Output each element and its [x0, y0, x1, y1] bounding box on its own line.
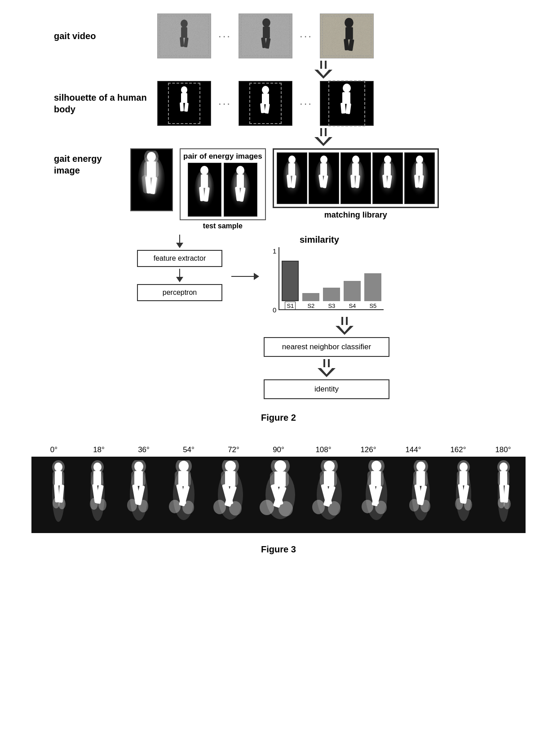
nearest-neighbor-box: nearest neighbor classifier [264, 337, 389, 357]
library-images [277, 152, 435, 204]
chart-area: S1 S2 S3 [278, 247, 384, 310]
svg-point-49 [236, 166, 244, 175]
svg-rect-163 [457, 471, 469, 485]
svg-point-103 [127, 499, 137, 511]
silhouette-frame-1 [157, 81, 211, 126]
test-sample-label: test sample [203, 222, 243, 230]
svg-point-54 [288, 156, 296, 164]
video-frame-svg-3 [320, 13, 373, 58]
silhouette-images: ··· ··· [157, 81, 374, 126]
svg-point-157 [409, 499, 419, 511]
bar-label-s1: S1 [285, 302, 296, 310]
y-label-0: 0 [273, 306, 276, 314]
silhouette-row: silhouette of a human body ··· [54, 81, 503, 126]
video-frame-3 [320, 13, 374, 58]
svg-rect-70 [384, 163, 391, 176]
svg-rect-75 [416, 163, 423, 176]
lib-svg-1 [279, 155, 305, 202]
svg-rect-18 [345, 27, 353, 40]
bar-label-s3: S3 [328, 302, 335, 309]
svg-rect-31 [342, 92, 350, 104]
fig3-person-36 [120, 460, 158, 530]
svg-point-130 [260, 500, 274, 515]
gei-content: pair of energy images [130, 148, 503, 230]
fig3-person-18 [81, 460, 115, 530]
bar-s3: S3 [323, 247, 340, 309]
bar-label-s4: S4 [349, 302, 356, 309]
arrow-down-3 [336, 317, 354, 335]
dots-separator-3: ··· [218, 97, 231, 110]
perceptron-box: perceptron [137, 284, 222, 301]
svg-rect-29 [265, 103, 270, 114]
angle-0: 0° [31, 445, 76, 454]
svg-rect-4 [181, 27, 187, 38]
pair-svg-1 [190, 165, 219, 214]
svg-rect-154 [413, 471, 428, 486]
video-frame-svg-1 [158, 13, 211, 58]
video-frame-1 [157, 13, 211, 58]
svg-point-30 [343, 84, 351, 93]
svg-rect-23 [181, 93, 187, 103]
svg-point-69 [384, 156, 391, 164]
test-sample-section: pair of energy images [180, 148, 266, 230]
svg-point-26 [262, 86, 269, 94]
figure2-diagram: gait video [54, 13, 503, 399]
bar-s2: S2 [302, 247, 319, 309]
svg-point-17 [345, 18, 354, 28]
test-sample-box: pair of energy images [180, 148, 266, 220]
angle-36: 36° [121, 445, 166, 454]
pair-images [188, 163, 257, 217]
figure3-strip [31, 457, 526, 533]
fig3-person-72 [209, 460, 252, 530]
angle-126: 126° [346, 445, 391, 454]
angle-162: 162° [436, 445, 481, 454]
svg-point-44 [200, 166, 208, 175]
fig3-person-180 [487, 460, 521, 530]
angle-labels-row: 0° 18° 36° 54° 72° 90° 108° 126° 144° 16… [31, 445, 526, 454]
svg-rect-136 [320, 471, 337, 486]
svg-rect-25 [184, 102, 189, 112]
dots-separator-1: ··· [218, 30, 231, 42]
matching-library-section: matching library [273, 148, 439, 220]
svg-point-10 [262, 18, 270, 27]
svg-rect-145 [367, 471, 384, 486]
angle-180: 180° [481, 445, 526, 454]
figure3-caption: Figure 3 [261, 544, 296, 555]
angle-90: 90° [256, 445, 301, 454]
lib-svg-5 [407, 155, 433, 202]
svg-rect-11 [263, 27, 270, 38]
arrow-down-2 [54, 128, 503, 146]
silhouette-svg-3 [331, 83, 362, 124]
svg-point-112 [169, 500, 181, 513]
fig3-person-90 [258, 460, 303, 530]
angle-144: 144° [391, 445, 436, 454]
silhouette-svg-1 [171, 85, 198, 121]
lib-svg-4 [375, 155, 401, 202]
fig3-person-126 [356, 460, 397, 530]
processing-left-col: feature extractor perceptron [130, 235, 229, 301]
gait-video-label: gait video [54, 31, 148, 41]
svg-rect-118 [221, 471, 238, 486]
svg-rect-100 [131, 471, 146, 486]
video-frame-2 [239, 13, 292, 58]
silhouette-frame-2 [239, 81, 292, 126]
svg-point-131 [278, 501, 293, 516]
svg-point-59 [320, 156, 327, 164]
svg-rect-109 [175, 471, 191, 486]
gei-main-svg [133, 151, 171, 209]
svg-point-148 [362, 500, 373, 513]
pair-label: pair of energy images [183, 152, 262, 161]
arrow-down-1 [54, 61, 503, 79]
dots-separator-4: ··· [300, 97, 313, 110]
svg-rect-91 [91, 471, 103, 485]
svg-point-121 [213, 500, 226, 514]
right-col: similarity 1 0 [264, 235, 389, 399]
lib-svg-2 [311, 155, 337, 202]
processing-area: feature extractor perceptron similarity [54, 235, 503, 399]
svg-rect-33 [345, 103, 351, 114]
video-frame-svg-2 [239, 13, 292, 58]
svg-rect-28 [260, 103, 265, 113]
gei-row: gait energy image [54, 148, 503, 230]
svg-rect-27 [262, 93, 269, 104]
silhouette-frame-3 [320, 81, 374, 126]
